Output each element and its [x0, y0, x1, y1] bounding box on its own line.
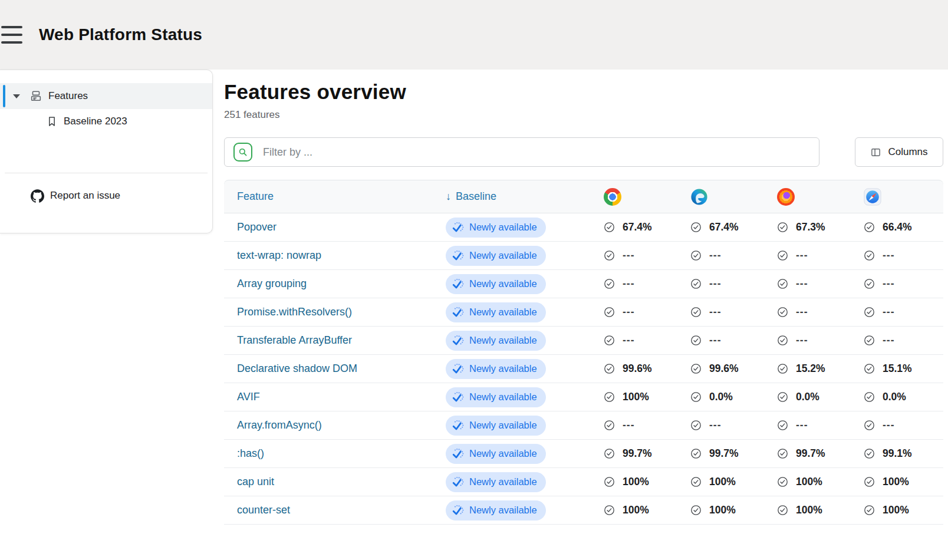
- support-percentage: 100%: [796, 504, 822, 516]
- edge-support-cell: 99.7%: [683, 447, 770, 460]
- feature-link[interactable]: Array.fromAsync(): [237, 419, 322, 431]
- support-percentage: 100%: [709, 504, 736, 516]
- support-percentage: 0.0%: [709, 391, 733, 403]
- check-circle-icon: [604, 278, 615, 289]
- baseline-badge-label: Newly available: [469, 335, 537, 346]
- baseline-newly-available-icon: [452, 363, 465, 375]
- support-percentage: 99.7%: [709, 447, 739, 460]
- support-percentage: ---: [796, 249, 808, 262]
- check-circle-icon: [864, 335, 875, 346]
- safari-support-cell: 66.4%: [857, 221, 943, 233]
- table-row: Promise.withResolvers() Newly available: [224, 298, 943, 327]
- column-header-feature[interactable]: Feature: [224, 190, 446, 203]
- edge-icon: [690, 188, 708, 206]
- feature-link[interactable]: Transferable ArrayBuffer: [237, 334, 352, 346]
- column-header-edge[interactable]: [683, 188, 770, 206]
- support-percentage: 99.7%: [623, 447, 652, 460]
- column-header-baseline-label: Baseline: [456, 190, 496, 203]
- firefox-support-cell: 100%: [770, 476, 857, 488]
- check-circle-icon: [690, 420, 702, 431]
- baseline-badge[interactable]: Newly available: [446, 500, 546, 521]
- baseline-newly-available-icon: [452, 221, 465, 234]
- baseline-badge-label: Newly available: [469, 476, 537, 487]
- baseline-badge[interactable]: Newly available: [446, 331, 546, 351]
- edge-support-cell: ---: [683, 278, 770, 290]
- support-percentage: ---: [883, 249, 894, 262]
- check-circle-icon: [690, 448, 702, 459]
- check-circle-icon: [777, 278, 788, 289]
- safari-support-cell: 100%: [857, 504, 943, 516]
- edge-support-cell: 99.6%: [683, 363, 770, 375]
- filter-box[interactable]: [224, 137, 819, 167]
- baseline-badge[interactable]: Newly available: [446, 302, 546, 322]
- feature-link[interactable]: counter-set: [237, 504, 290, 516]
- feature-link[interactable]: text-wrap: nowrap: [237, 249, 321, 261]
- edge-support-cell: ---: [683, 306, 770, 318]
- check-circle-icon: [690, 307, 702, 318]
- chrome-support-cell: ---: [597, 278, 683, 290]
- toolbar: Columns: [224, 137, 943, 167]
- firefox-support-cell: 15.2%: [770, 363, 857, 375]
- bookmark-icon: [46, 116, 58, 127]
- filter-input[interactable]: [252, 138, 819, 166]
- support-percentage: 67.4%: [623, 221, 652, 233]
- support-percentage: 67.3%: [796, 221, 825, 233]
- table-row: AVIF Newly available 100%: [224, 383, 943, 411]
- check-circle-icon: [604, 420, 615, 431]
- support-percentage: 100%: [623, 504, 649, 516]
- baseline-badge[interactable]: Newly available: [446, 274, 546, 294]
- feature-link[interactable]: :has(): [237, 447, 264, 459]
- support-percentage: 100%: [796, 476, 822, 488]
- support-percentage: 99.7%: [796, 447, 825, 460]
- baseline-newly-available-icon: [452, 447, 465, 460]
- check-circle-icon: [864, 391, 875, 403]
- baseline-badge[interactable]: Newly available: [446, 387, 546, 407]
- baseline-badge[interactable]: Newly available: [446, 444, 546, 464]
- column-header-firefox[interactable]: [770, 188, 857, 206]
- table-row: counter-set Newly available: [224, 496, 943, 525]
- check-circle-icon: [690, 335, 702, 346]
- feature-link[interactable]: Array grouping: [237, 278, 307, 289]
- check-circle-icon: [604, 335, 615, 346]
- column-header-safari[interactable]: [857, 188, 943, 206]
- columns-button[interactable]: Columns: [855, 137, 943, 167]
- check-circle-icon: [777, 448, 788, 459]
- baseline-newly-available-icon: [452, 278, 465, 291]
- chrome-support-cell: ---: [597, 334, 683, 347]
- feature-link[interactable]: AVIF: [237, 391, 260, 403]
- column-header-chrome[interactable]: [597, 188, 683, 206]
- check-circle-icon: [604, 476, 615, 487]
- feature-link[interactable]: Declarative shadow DOM: [237, 363, 357, 374]
- check-circle-icon: [777, 335, 788, 346]
- menu-icon[interactable]: [1, 26, 24, 44]
- feature-link[interactable]: Popover: [237, 221, 276, 233]
- safari-support-cell: 100%: [857, 476, 943, 488]
- feature-link[interactable]: cap unit: [237, 476, 274, 487]
- check-circle-icon: [604, 307, 615, 318]
- baseline-badge[interactable]: Newly available: [446, 416, 546, 436]
- support-percentage: ---: [796, 306, 808, 318]
- report-issue-link[interactable]: Report an issue: [0, 183, 212, 209]
- check-circle-icon: [690, 278, 702, 289]
- table-row: text-wrap: nowrap Newly available: [224, 242, 943, 270]
- chrome-support-cell: ---: [597, 306, 683, 318]
- sidebar-item-baseline-2023[interactable]: Baseline 2023: [0, 109, 212, 134]
- chrome-support-cell: ---: [597, 249, 683, 262]
- chevron-down-icon[interactable]: [13, 94, 20, 98]
- baseline-newly-available-icon: [452, 249, 465, 262]
- check-circle-icon: [864, 307, 875, 318]
- baseline-badge-label: Newly available: [469, 250, 537, 261]
- sort-descending-icon: ↓: [446, 190, 451, 203]
- firefox-icon: [777, 188, 795, 206]
- sidebar-item-features[interactable]: Features: [0, 83, 212, 109]
- baseline-badge[interactable]: Newly available: [446, 472, 546, 492]
- check-circle-icon: [777, 505, 788, 516]
- baseline-badge[interactable]: Newly available: [446, 218, 546, 238]
- baseline-badge[interactable]: Newly available: [446, 359, 546, 379]
- baseline-badge[interactable]: Newly available: [446, 246, 546, 266]
- main-content: Features overview 251 features Columns F…: [224, 70, 943, 525]
- check-circle-icon: [690, 391, 702, 403]
- feature-link[interactable]: Promise.withResolvers(): [237, 306, 352, 318]
- firefox-support-cell: ---: [770, 306, 857, 318]
- column-header-baseline[interactable]: ↓ Baseline: [446, 190, 597, 203]
